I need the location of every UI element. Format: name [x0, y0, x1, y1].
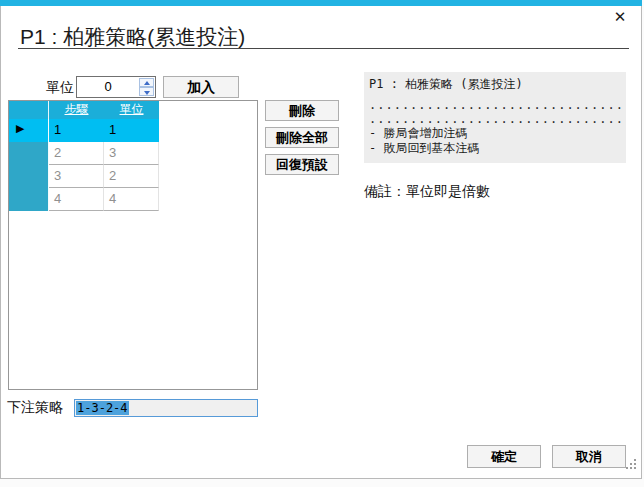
- info-dots: ........................................: [369, 112, 621, 126]
- screen: ✕ P1 : 柏雅策略(累進投注) 單位 0 加入 步驟 單位 ▶ 1: [0, 0, 644, 487]
- cell-step[interactable]: 2: [49, 142, 104, 165]
- spin-down-button[interactable]: [139, 87, 154, 96]
- strategy-value: 1-3-2-4: [76, 401, 129, 415]
- unit-spinner[interactable]: 0: [76, 76, 156, 98]
- info-dots: ........................................: [369, 98, 621, 112]
- table-row[interactable]: 2 3: [9, 142, 159, 165]
- row-selector[interactable]: [9, 142, 49, 165]
- row-selector[interactable]: ▶: [9, 119, 49, 142]
- title-divider: [18, 48, 629, 49]
- dialog-title: P1 : 柏雅策略(累進投注): [20, 23, 245, 51]
- strategy-info-panel: P1 : 柏雅策略 (累進投注) .......................…: [364, 72, 626, 163]
- current-row-icon: ▶: [16, 122, 24, 135]
- cell-unit[interactable]: 3: [104, 142, 159, 165]
- close-icon[interactable]: ✕: [610, 7, 630, 27]
- unit-label: 單位: [46, 79, 74, 97]
- cell-unit[interactable]: 4: [104, 188, 159, 211]
- restore-default-button[interactable]: 回復預設: [265, 154, 339, 175]
- table-row[interactable]: ▶ 1 1: [9, 119, 159, 142]
- up-arrow-icon: [144, 81, 150, 85]
- accent-topbar: [0, 0, 642, 6]
- steps-table[interactable]: 步驟 單位 ▶ 1 1 2 3 3 2 4: [8, 100, 258, 390]
- strategy-label: 下注策略: [7, 399, 63, 417]
- delete-button[interactable]: 刪除: [265, 100, 339, 121]
- column-header-unit[interactable]: 單位: [104, 101, 159, 119]
- row-selector[interactable]: [9, 188, 49, 211]
- delete-all-button[interactable]: 刪除全部: [265, 127, 339, 148]
- row-selector[interactable]: [9, 165, 49, 188]
- dialog-window: ✕ P1 : 柏雅策略(累進投注) 單位 0 加入 步驟 單位 ▶ 1: [0, 0, 642, 479]
- cancel-button[interactable]: 取消: [552, 445, 626, 468]
- column-header-step[interactable]: 步驟: [49, 101, 104, 119]
- table-row[interactable]: 4 4: [9, 188, 159, 211]
- unit-value[interactable]: 0: [77, 79, 139, 94]
- ok-button[interactable]: 確定: [467, 445, 541, 468]
- table-header: 步驟 單位: [9, 101, 159, 119]
- row-selector-header: [9, 101, 49, 119]
- table-row[interactable]: 3 2: [9, 165, 159, 188]
- note-text: 備註：單位即是倍數: [364, 183, 490, 201]
- info-bullet: - 敗局回到基本注碼: [369, 141, 621, 156]
- resize-grip-icon[interactable]: [624, 457, 636, 469]
- cell-unit[interactable]: 2: [104, 165, 159, 188]
- info-heading: P1 : 柏雅策略 (累進投注): [369, 77, 621, 92]
- spin-up-button[interactable]: [139, 78, 154, 87]
- info-bullet: - 勝局會增加注碼: [369, 126, 621, 141]
- cell-step[interactable]: 1: [49, 119, 104, 142]
- spinner-arrows: [139, 78, 154, 96]
- cell-unit[interactable]: 1: [104, 119, 159, 142]
- down-arrow-icon: [144, 91, 150, 95]
- cell-step[interactable]: 3: [49, 165, 104, 188]
- add-button[interactable]: 加入: [163, 76, 239, 98]
- strategy-input[interactable]: 1-3-2-4: [74, 399, 258, 417]
- cell-step[interactable]: 4: [49, 188, 104, 211]
